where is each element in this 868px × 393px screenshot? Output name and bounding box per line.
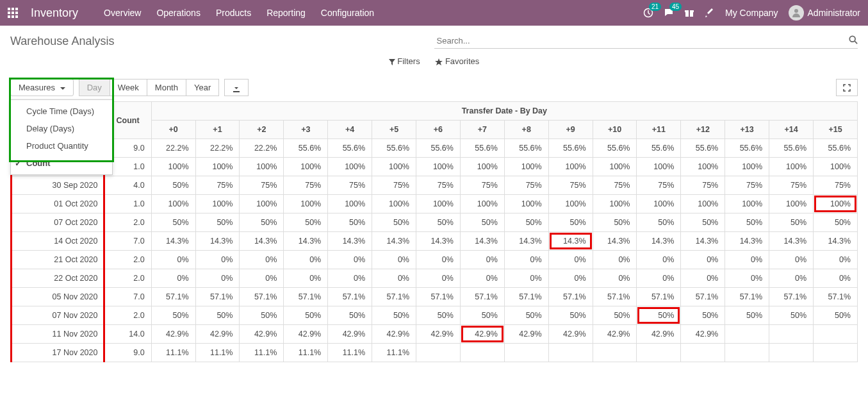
cell[interactable]: 75% [284, 176, 328, 195]
cell[interactable]: 100% [548, 195, 593, 213]
cell[interactable]: 100% [637, 158, 681, 176]
cell[interactable]: 55.6% [593, 139, 637, 158]
cell[interactable]: 11.1% [240, 344, 284, 362]
cell[interactable]: 42.9% [328, 325, 372, 344]
cell[interactable]: 55.6% [637, 139, 681, 158]
cell[interactable]: 0% [548, 251, 593, 269]
cell[interactable]: 57.1% [240, 288, 284, 306]
cell[interactable] [725, 325, 769, 344]
nav-link-operations[interactable]: Operations [156, 8, 200, 18]
nav-link-overview[interactable]: Overview [104, 8, 141, 18]
cell[interactable]: 100% [284, 158, 328, 176]
cell[interactable]: 50% [151, 176, 195, 195]
period-day[interactable]: Day [79, 79, 110, 96]
cell[interactable]: 0% [681, 269, 725, 288]
cell[interactable]: 57.1% [195, 288, 240, 306]
col-header-12[interactable]: +12 [681, 121, 725, 139]
cell[interactable]: 50% [725, 306, 769, 325]
cell[interactable]: 55.6% [814, 139, 858, 158]
cell[interactable]: 57.1% [814, 288, 858, 306]
period-week[interactable]: Week [110, 79, 147, 96]
cell[interactable]: 42.9% [372, 325, 416, 344]
expand-button[interactable] [836, 79, 858, 96]
cell[interactable] [814, 344, 858, 362]
filters-button[interactable]: Filters [389, 56, 420, 66]
company-name[interactable]: My Company [725, 8, 778, 18]
cell[interactable]: 100% [593, 158, 637, 176]
cell[interactable]: 50% [548, 306, 593, 325]
cell[interactable]: 50% [372, 213, 416, 232]
gift-icon[interactable] [684, 8, 694, 19]
cell[interactable]: 14.3% [814, 232, 858, 251]
cell[interactable]: 100% [548, 158, 593, 176]
cell[interactable] [769, 344, 814, 362]
cell[interactable]: 50% [504, 213, 548, 232]
activity-icon[interactable]: 21 [643, 8, 653, 19]
cell[interactable]: 50% [814, 213, 858, 232]
cell[interactable]: 42.9% [284, 325, 328, 344]
cell[interactable]: 100% [195, 158, 240, 176]
cell[interactable]: 42.9% [240, 325, 284, 344]
cell[interactable]: 11.1% [328, 344, 372, 362]
cell[interactable]: 42.9% [504, 325, 548, 344]
measures-item-2[interactable]: Product Quantity [11, 137, 112, 155]
cell[interactable]: 57.1% [593, 288, 637, 306]
row-date[interactable]: 30 Sep 2020 [11, 176, 104, 195]
col-header-5[interactable]: +5 [372, 121, 416, 139]
cell[interactable]: 100% [151, 195, 195, 213]
cell[interactable]: 75% [593, 176, 637, 195]
cell[interactable]: 14.3% [593, 232, 637, 251]
cell[interactable]: 57.1% [151, 288, 195, 306]
cell[interactable]: 0% [416, 251, 461, 269]
favorites-button[interactable]: Favorites [435, 56, 479, 66]
cell[interactable]: 57.1% [328, 288, 372, 306]
cell[interactable]: 75% [637, 176, 681, 195]
cell[interactable]: 57.1% [548, 288, 593, 306]
cell[interactable]: 0% [240, 251, 284, 269]
download-button[interactable] [224, 79, 249, 96]
cell[interactable]: 57.1% [637, 288, 681, 306]
cell[interactable]: 100% [725, 195, 769, 213]
cell[interactable]: 50% [284, 213, 328, 232]
cell[interactable]: 0% [769, 269, 814, 288]
cell[interactable]: 75% [769, 176, 814, 195]
cell[interactable]: 55.6% [328, 139, 372, 158]
app-brand[interactable]: Inventory [31, 6, 78, 20]
col-header-4[interactable]: +4 [328, 121, 372, 139]
cell[interactable]: 14.3% [328, 232, 372, 251]
cell[interactable]: 50% [416, 306, 461, 325]
cell[interactable]: 0% [769, 251, 814, 269]
cell[interactable]: 50% [637, 213, 681, 232]
cell[interactable]: 50% [681, 213, 725, 232]
cell[interactable]: 100% [284, 195, 328, 213]
cell[interactable]: 50% [593, 306, 637, 325]
cell[interactable]: 50% [416, 213, 461, 232]
cell[interactable]: 57.1% [284, 288, 328, 306]
cell[interactable]: 100% [460, 158, 504, 176]
cell[interactable]: 100% [372, 195, 416, 213]
cell[interactable]: 0% [151, 269, 195, 288]
cell[interactable]: 50% [725, 213, 769, 232]
cell[interactable]: 50% [195, 306, 240, 325]
measures-item-3[interactable]: Count [11, 155, 112, 172]
cell[interactable]: 0% [504, 251, 548, 269]
cell[interactable]: 42.9% [416, 325, 461, 344]
cell[interactable]: 14.3% [681, 232, 725, 251]
cell[interactable]: 50% [240, 213, 284, 232]
cell[interactable]: 100% [416, 158, 461, 176]
col-header-9[interactable]: +9 [548, 121, 593, 139]
cell[interactable]: 75% [240, 176, 284, 195]
cell[interactable]: 0% [460, 251, 504, 269]
cell[interactable]: 0% [284, 269, 328, 288]
cell[interactable]: 0% [284, 251, 328, 269]
col-header-0[interactable]: +0 [151, 121, 195, 139]
cell[interactable]: 0% [637, 251, 681, 269]
cell[interactable]: 0% [195, 269, 240, 288]
cell[interactable]: 0% [151, 251, 195, 269]
cell[interactable]: 100% [195, 195, 240, 213]
period-year[interactable]: Year [186, 79, 219, 96]
cell[interactable]: 100% [681, 158, 725, 176]
cell[interactable]: 100% [637, 195, 681, 213]
cell[interactable]: 57.1% [769, 288, 814, 306]
cell[interactable] [681, 344, 725, 362]
